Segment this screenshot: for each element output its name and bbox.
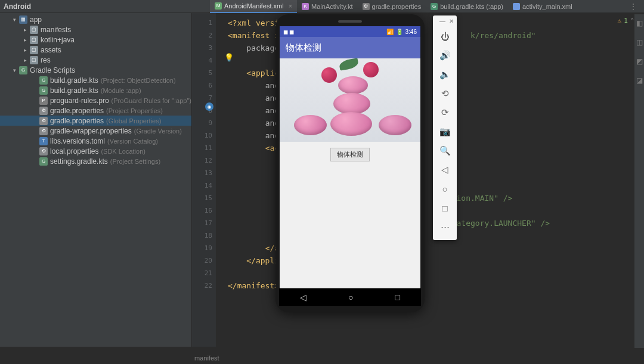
home-icon[interactable]: ○ [433,179,457,198]
emulator-toolbar: — ✕ ⏻🔊🔈⟲⟳📷🔍◁○□⋯ [433,15,457,240]
editor-tab[interactable]: MAndroidManifest.xml× [210,0,297,13]
more-icon[interactable]: ⋯ [433,217,457,237]
rotate-left-icon[interactable]: ⟲ [433,84,457,103]
file-icon: ⚙ [39,147,48,155]
file-icon: T [39,137,48,145]
editor-tabs: MAndroidManifest.xml×KMainActivity.kt⚙gr… [210,0,577,13]
bulb-icon[interactable]: 💡 [224,53,234,62]
nav-overview-icon[interactable]: □ [395,293,400,302]
volume-down-icon[interactable]: 🔈 [433,65,457,84]
warning-icon[interactable]: ⚠ [618,17,622,24]
tree-file[interactable]: ⚙gradle-wrapper.properties(Gradle Versio… [0,126,191,136]
detect-button[interactable]: 物体检测 [330,148,370,161]
file-icon: ⚙ [363,3,370,10]
editor-tab[interactable]: activity_main.xml [508,0,577,13]
tree-kotlinjava[interactable]: ▸▢ kotlin+java [0,35,191,45]
tree-assets[interactable]: ▸▢ assets [0,45,191,55]
breadcrumb[interactable]: manifest [194,354,219,362]
tree-app[interactable]: ▾▦ app [0,14,191,24]
editor-tab[interactable]: Gbuild.gradle.kts (:app) [426,0,508,13]
android-nav-bar: ◁ ○ □ [279,288,421,306]
camera-icon[interactable]: 📷 [433,122,457,141]
tool-icon[interactable]: ◫ [636,38,643,46]
line-gutter: 12345678910111213141516171819202122 [192,13,216,347]
app-bar: 物体检测 [280,37,420,58]
signal-icon: 📶 [386,29,394,35]
close-icon[interactable]: ✕ [449,18,454,24]
file-icon: ⚙ [39,127,48,135]
file-icon: G [39,157,48,166]
app-title: 物体检测 [286,42,321,54]
gutter-app-icon[interactable]: ◉ [205,102,213,111]
more-menu-icon[interactable]: ⋮ [626,2,640,11]
volume-up-icon[interactable]: 🔊 [433,46,457,65]
status-bar: ◼◼ 📶 🔋 3:46 [280,26,420,37]
tree-gradle-scripts[interactable]: ▾G Gradle Scripts [0,65,191,75]
tree-file[interactable]: Pproguard-rules.pro(ProGuard Rules for "… [0,95,191,105]
file-icon [513,3,520,10]
tool-icon[interactable]: ◩ [636,57,643,66]
tree-file[interactable]: ⚙gradle.properties(Global Properties) [0,116,191,126]
right-tool-stripe: ◧ ◫ ◩ ◪ [634,14,644,348]
tree-file[interactable]: ⚙gradle.properties(Project Properties) [0,105,191,116]
tree-file[interactable]: Gbuild.gradle.kts(Project: ObjectDetecti… [0,75,191,85]
file-icon: G [39,86,48,95]
tree-file[interactable]: Gsettings.gradle.kts(Project Settings) [0,156,191,166]
rotate-right-icon[interactable]: ⟳ [433,103,457,122]
project-tree: ▾▦ app ▸▢ manifests ▸▢ kotlin+java ▸▢ as… [0,13,192,347]
project-selector[interactable]: Android [4,2,31,11]
file-icon: G [39,76,48,85]
editor-tab[interactable]: KMainActivity.kt [297,0,357,13]
tool-icon[interactable]: ◪ [636,76,643,85]
emulator-window: ◼◼ 📶 🔋 3:46 物体检测 物体检测 ◁ ○ □ [275,14,425,312]
chevron-up-icon[interactable]: ⌃ [630,17,634,24]
file-icon: K [302,3,309,10]
file-icon: G [431,3,438,10]
overview-icon[interactable]: □ [433,198,457,217]
zoom-icon[interactable]: 🔍 [433,141,457,160]
tree-manifests[interactable]: ▸▢ manifests [0,24,191,35]
warning-count: 1 [624,17,628,24]
tree-file[interactable]: ⚙local.properties(SDK Location) [0,146,191,156]
tree-file[interactable]: Gbuild.gradle.kts(Module :app) [0,85,191,95]
file-icon: M [215,2,222,10]
battery-icon: 🔋 [396,29,403,35]
minimize-icon[interactable]: — [439,18,445,24]
file-icon: ⚙ [39,117,48,125]
back-icon[interactable]: ◁ [433,160,457,179]
power-icon[interactable]: ⏻ [433,27,457,46]
editor-tab[interactable]: ⚙gradle.properties [358,0,426,13]
file-icon: P [39,97,48,105]
tree-res[interactable]: ▸▢ res [0,55,191,65]
nav-back-icon[interactable]: ◁ [300,293,306,302]
tree-file[interactable]: Tlibs.versions.toml(Version Catalog) [0,136,191,146]
file-icon: ⚙ [39,107,48,115]
top-bar: Android MAndroidManifest.xml×KMainActivi… [0,0,644,13]
status-time: 3:46 [405,29,417,35]
nav-home-icon[interactable]: ○ [348,293,353,302]
app-image [280,58,420,142]
close-tab-icon[interactable]: × [289,2,292,10]
emulator-screen[interactable]: ◼◼ 📶 🔋 3:46 物体检测 物体检测 [280,26,420,288]
tool-icon[interactable]: ◧ [636,19,643,27]
